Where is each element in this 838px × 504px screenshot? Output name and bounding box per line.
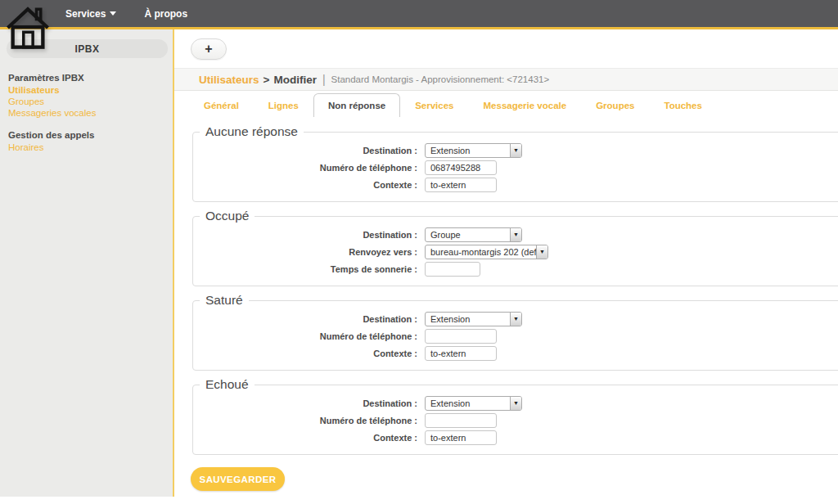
section-sature: SaturéDestination :Extension▼Numéro de t… xyxy=(192,293,838,371)
dropdown-arrow-icon: ▼ xyxy=(510,228,521,241)
section-echoue: EchouéDestination :Extension▼Numéro de t… xyxy=(192,377,838,455)
breadcrumb-section-link[interactable]: Utilisateurs xyxy=(199,74,259,86)
chevron-down-icon xyxy=(110,11,116,16)
dropdown-arrow-icon: ▼ xyxy=(536,245,547,259)
sidebar-divider xyxy=(173,29,174,497)
select-destination[interactable]: Groupe▼ xyxy=(425,227,522,242)
field-label: Destination : xyxy=(193,398,425,408)
select-value: Extension xyxy=(426,144,510,157)
input-numero-de-telephone[interactable] xyxy=(425,160,497,175)
section-title: Occupé xyxy=(200,209,255,223)
sidebar-item-utilisateurs[interactable]: Utilisateurs xyxy=(8,85,166,96)
top-bar: Services À propos xyxy=(0,0,838,27)
sidebar-heading: Paramètres IPBX xyxy=(8,73,166,83)
input-numero-de-telephone[interactable] xyxy=(425,329,497,344)
save-button[interactable]: SAUVEGARDER xyxy=(191,467,285,491)
input-temps-de-sonnerie[interactable] xyxy=(425,262,480,277)
tab-touches[interactable]: Touches xyxy=(649,93,716,117)
breadcrumb-divider: | xyxy=(322,73,326,86)
dropdown-arrow-icon: ▼ xyxy=(510,144,521,157)
dropdown-arrow-icon: ▼ xyxy=(510,397,521,410)
house-icon xyxy=(5,3,51,52)
tab-services[interactable]: Services xyxy=(400,93,468,117)
field-label: Destination : xyxy=(193,146,425,155)
breadcrumb: Utilisateurs > Modifier | Standard Monta… xyxy=(174,68,838,91)
sidebar-group-gestion-des-appels: Gestion des appelsHoraires xyxy=(8,130,166,153)
main-content: + Utilisateurs > Modifier | Standard Mon… xyxy=(174,29,838,497)
sidebar-item-groupes[interactable]: Groupes xyxy=(8,97,166,107)
sidebar-group-parametres-ipbx: Paramètres IPBXUtilisateursGroupesMessag… xyxy=(8,73,166,119)
breadcrumb-page: Modifier xyxy=(273,74,317,86)
field-label: Contexte : xyxy=(193,433,425,443)
field-label: Numéro de téléphone : xyxy=(193,331,425,341)
form-row-destination: Destination :Extension▼ xyxy=(193,394,838,412)
menu-services[interactable]: Services xyxy=(65,8,116,20)
breadcrumb-separator: > xyxy=(264,74,270,86)
select-destination[interactable]: Extension▼ xyxy=(425,312,522,326)
tab-groupes[interactable]: Groupes xyxy=(581,93,649,117)
field-label: Numéro de téléphone : xyxy=(193,163,425,173)
sidebar-heading: Gestion des appels xyxy=(8,130,166,140)
form-row-numero-de-telephone: Numéro de téléphone : xyxy=(193,159,838,176)
tab-messagerie-vocale[interactable]: Messagerie vocale xyxy=(469,93,582,117)
form-row-renvoyez-vers: Renvoyez vers :bureau-montargis 202 (def… xyxy=(193,243,838,260)
menu-about[interactable]: À propos xyxy=(144,8,187,20)
section-title: Echoué xyxy=(200,377,255,392)
form-row-destination: Destination :Extension▼ xyxy=(193,142,838,159)
form-row-numero-de-telephone: Numéro de téléphone : xyxy=(193,412,838,429)
form-row-numero-de-telephone: Numéro de téléphone : xyxy=(193,327,838,344)
form-row-destination: Destination :Extension▼ xyxy=(193,310,838,327)
sidebar-nav: Paramètres IPBXUtilisateursGroupesMessag… xyxy=(0,58,173,153)
sidebar-item-horaires[interactable]: Horaires xyxy=(8,142,166,153)
field-label: Destination : xyxy=(193,314,425,324)
section-title: Aucune réponse xyxy=(200,124,304,139)
tab-general[interactable]: Général xyxy=(189,93,254,117)
breadcrumb-subtitle: Standard Montargis - Approvisionnement: … xyxy=(331,74,550,84)
select-value: Extension xyxy=(426,313,510,326)
field-label: Numéro de téléphone : xyxy=(193,416,425,425)
field-label: Contexte : xyxy=(193,349,425,358)
section-title: Saturé xyxy=(200,293,249,308)
input-contexte[interactable] xyxy=(425,346,497,361)
tab-bar: GénéralLignesNon réponseServicesMessager… xyxy=(189,93,717,118)
home-logo[interactable] xyxy=(5,3,51,56)
add-button[interactable]: + xyxy=(191,38,227,60)
form-row-contexte: Contexte : xyxy=(193,176,838,193)
form-row-destination: Destination :Groupe▼ xyxy=(193,226,838,243)
select-destination[interactable]: Extension▼ xyxy=(425,143,522,158)
top-navigation: Services À propos xyxy=(65,0,187,27)
field-label: Temps de sonnerie : xyxy=(193,264,425,274)
form-row-contexte: Contexte : xyxy=(193,429,838,446)
select-value: Groupe xyxy=(426,228,510,241)
select-value: bureau-montargis 202 (default) xyxy=(426,245,536,259)
form-sections: Aucune réponseDestination :Extension▼Num… xyxy=(192,124,838,461)
dropdown-arrow-icon: ▼ xyxy=(510,313,521,326)
form-row-contexte: Contexte : xyxy=(193,344,838,362)
input-contexte[interactable] xyxy=(425,178,497,192)
menu-services-label: Services xyxy=(65,8,106,20)
field-label: Destination : xyxy=(193,230,425,240)
sidebar-item-messageries-vocales[interactable]: Messageries vocales xyxy=(8,108,166,119)
field-label: Renvoyez vers : xyxy=(193,247,425,257)
accent-divider xyxy=(0,27,838,29)
input-contexte[interactable] xyxy=(425,430,497,445)
select-value: Extension xyxy=(426,397,510,410)
form-row-temps-de-sonnerie: Temps de sonnerie : xyxy=(193,260,838,277)
input-numero-de-telephone[interactable] xyxy=(425,413,497,428)
select-renvoyez-vers[interactable]: bureau-montargis 202 (default)▼ xyxy=(425,245,548,259)
select-destination[interactable]: Extension▼ xyxy=(425,396,522,411)
section-occupe: OccupéDestination :Groupe▼Renvoyez vers … xyxy=(192,209,838,286)
section-aucune-reponse: Aucune réponseDestination :Extension▼Num… xyxy=(192,124,838,202)
tab-lignes[interactable]: Lignes xyxy=(254,93,313,117)
tab-non-reponse[interactable]: Non réponse xyxy=(313,93,400,117)
field-label: Contexte : xyxy=(193,180,425,190)
menu-about-label: À propos xyxy=(144,8,187,20)
sidebar: IPBX Paramètres IPBXUtilisateursGroupesM… xyxy=(0,29,173,497)
